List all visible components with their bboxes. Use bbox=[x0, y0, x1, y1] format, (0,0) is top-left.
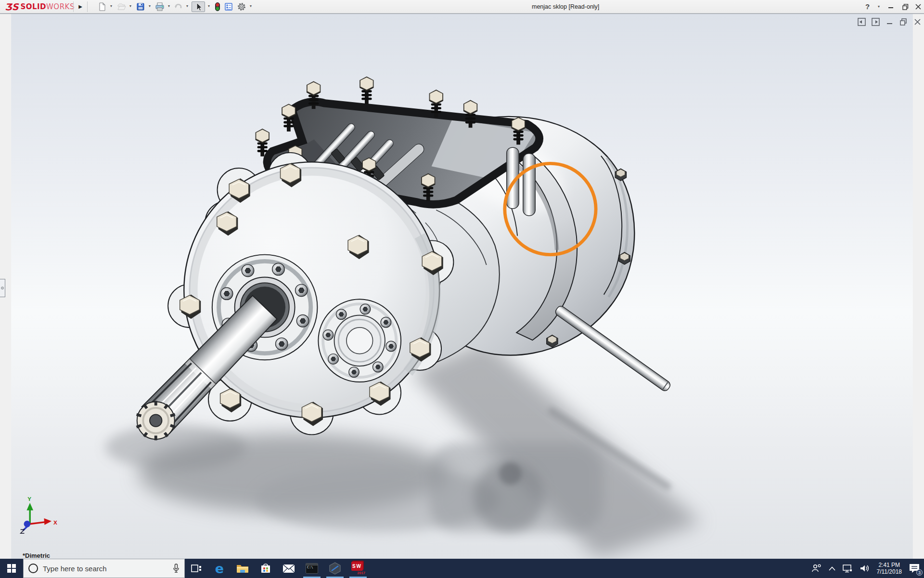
options-caret[interactable]: ▾ bbox=[248, 4, 253, 8]
windows-logo-icon bbox=[7, 564, 16, 573]
undo-caret[interactable]: ▾ bbox=[185, 4, 190, 8]
taskbar-item-command-prompt[interactable]: C:\ bbox=[300, 559, 323, 578]
sw-cube: SW bbox=[351, 562, 363, 571]
new-document-button[interactable] bbox=[96, 1, 108, 12]
sw-year: 2017 bbox=[357, 571, 365, 575]
restore-icon bbox=[902, 4, 909, 10]
secondary-hub bbox=[318, 299, 401, 382]
microphone-icon[interactable] bbox=[173, 564, 180, 573]
pane-expand-left-button[interactable] bbox=[858, 18, 866, 26]
graphics-viewport[interactable]: Y X *Dimetric bbox=[0, 13, 924, 559]
tab-dot bbox=[1, 287, 4, 289]
minimize-icon bbox=[888, 4, 894, 10]
rebuild-button[interactable] bbox=[212, 1, 223, 12]
taskbar-item-solidworks[interactable]: SW 2017 bbox=[346, 559, 370, 578]
solidworks-logo: ƷS SOLIDWORKS bbox=[5, 1, 75, 12]
document-title: menjac sklop [Read-only] bbox=[532, 3, 599, 10]
action-center-button[interactable]: 3 bbox=[909, 563, 920, 574]
select-caret[interactable]: ▾ bbox=[206, 4, 211, 8]
taskbar-item-file-explorer[interactable] bbox=[231, 559, 254, 578]
network-icon[interactable] bbox=[842, 564, 853, 573]
tray-clock[interactable]: 2:41 PM 7/11/2018 bbox=[877, 562, 902, 575]
close-icon bbox=[915, 4, 921, 10]
taskbar-search[interactable] bbox=[23, 559, 185, 578]
file-properties-button[interactable] bbox=[223, 1, 234, 12]
edge-icon: e bbox=[215, 562, 224, 575]
undo-button[interactable] bbox=[172, 1, 184, 12]
options-button[interactable] bbox=[236, 1, 247, 12]
help-caret[interactable]: ▾ bbox=[878, 4, 880, 9]
file-explorer-icon bbox=[236, 563, 249, 574]
chevron-up-icon[interactable] bbox=[829, 566, 835, 571]
hexagon-app-icon bbox=[329, 562, 341, 575]
start-button[interactable] bbox=[0, 559, 23, 578]
task-view-icon bbox=[191, 563, 202, 574]
open-caret[interactable]: ▾ bbox=[128, 4, 133, 8]
solidworks-icon: SW 2017 bbox=[351, 561, 365, 576]
store-icon bbox=[260, 563, 271, 574]
save-caret[interactable]: ▾ bbox=[147, 4, 152, 8]
doc-restore-button[interactable] bbox=[899, 18, 908, 26]
new-document-icon bbox=[97, 2, 107, 12]
doc-close-button[interactable] bbox=[913, 18, 922, 26]
gear-icon bbox=[237, 2, 246, 12]
save-icon bbox=[136, 2, 145, 12]
mail-icon bbox=[282, 564, 295, 573]
taskbar-item-task-view[interactable] bbox=[185, 559, 208, 578]
window-minimize-button[interactable] bbox=[884, 0, 898, 13]
doc-minimize-button[interactable] bbox=[886, 18, 894, 26]
tray-time: 2:41 PM bbox=[877, 562, 902, 568]
file-properties-icon bbox=[224, 2, 233, 12]
system-tray: 2:41 PM 7/11/2018 3 bbox=[811, 562, 924, 575]
window-close-button[interactable] bbox=[911, 0, 924, 13]
open-icon bbox=[116, 2, 126, 12]
z-axis-ball bbox=[24, 521, 31, 527]
toolbar-flyout-button[interactable]: ▶ bbox=[76, 2, 85, 12]
select-cursor-icon bbox=[193, 2, 203, 12]
window-restore-button[interactable] bbox=[898, 0, 912, 13]
y-axis-label: Y bbox=[27, 496, 31, 502]
print-button[interactable] bbox=[154, 1, 166, 12]
search-input[interactable] bbox=[43, 565, 168, 573]
x-axis-label: X bbox=[53, 519, 57, 525]
view-orientation-label: *Dimetric bbox=[23, 552, 50, 559]
tray-date: 7/11/2018 bbox=[877, 568, 902, 575]
traffic-light-icon bbox=[213, 2, 222, 12]
taskbar-item-hexagon-app[interactable] bbox=[323, 559, 346, 578]
print-caret[interactable]: ▾ bbox=[167, 4, 171, 8]
undo-icon bbox=[173, 2, 183, 12]
cmd-text: C:\ bbox=[306, 565, 318, 569]
command-prompt-icon: C:\ bbox=[306, 563, 318, 574]
cortana-icon bbox=[28, 564, 38, 573]
taskbar-item-store[interactable] bbox=[254, 559, 277, 578]
volume-icon[interactable] bbox=[860, 564, 870, 573]
windows-taskbar: e C:\ bbox=[0, 559, 924, 578]
open-button[interactable] bbox=[116, 1, 127, 12]
people-icon[interactable] bbox=[811, 564, 822, 573]
ds-logo-icon: ƷS bbox=[5, 1, 18, 12]
new-document-caret[interactable]: ▾ bbox=[109, 4, 114, 8]
separator bbox=[73, 1, 74, 12]
document-window-controls bbox=[858, 18, 922, 26]
featuremanager-collapsed-tab[interactable] bbox=[0, 279, 5, 297]
titlebar: ƷS SOLIDWORKS ▶ ▾ ▾ ▾ ▾ ▾ ▾ ▾ menjac skl… bbox=[0, 0, 924, 13]
select-tool-button[interactable] bbox=[192, 1, 205, 12]
taskbar-item-mail[interactable] bbox=[277, 559, 300, 578]
help-button[interactable]: ? bbox=[865, 2, 870, 11]
separator bbox=[87, 1, 88, 12]
pane-expand-right-button[interactable] bbox=[872, 18, 880, 26]
3d-model-canvas[interactable]: Y X bbox=[0, 14, 924, 559]
print-icon bbox=[155, 2, 165, 12]
taskbar-item-edge[interactable]: e bbox=[208, 559, 231, 578]
save-button[interactable] bbox=[135, 1, 146, 12]
notification-badge: 3 bbox=[916, 569, 923, 576]
